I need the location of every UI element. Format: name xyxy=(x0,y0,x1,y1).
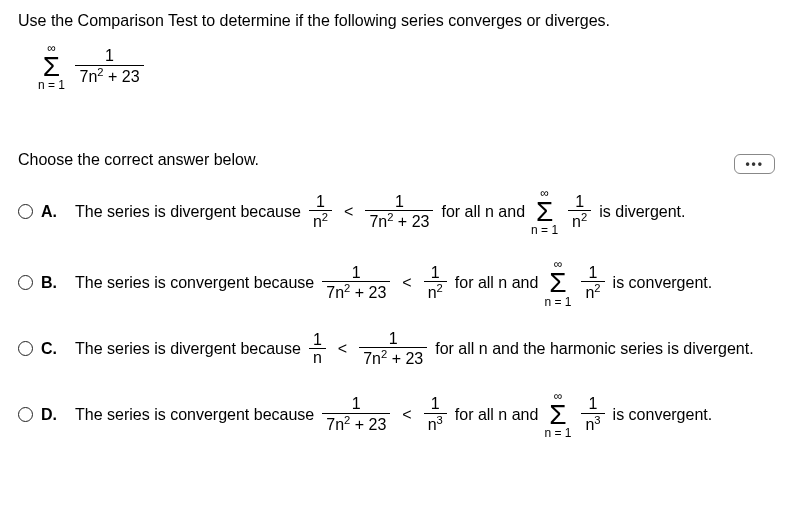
radio-b[interactable] xyxy=(18,275,33,290)
series-fraction: 1 7n2 + 23 xyxy=(75,47,143,86)
radio-d[interactable] xyxy=(18,407,33,422)
option-b-label: B. xyxy=(41,274,61,292)
option-c-label: C. xyxy=(41,340,61,358)
sigma-notation: ∞ Σ n = 1 xyxy=(38,42,65,91)
option-a-text: The series is divergent because 1n2 < 17… xyxy=(75,187,686,236)
series-display: ∞ Σ n = 1 1 7n2 + 23 xyxy=(36,42,775,91)
option-a-label: A. xyxy=(41,203,61,221)
option-c: C. The series is divergent because 1n < … xyxy=(18,330,775,369)
more-options-button[interactable]: ••• xyxy=(734,154,775,174)
option-b-text: The series is convergent because 17n2 + … xyxy=(75,258,712,307)
question-text: Use the Comparison Test to determine if … xyxy=(18,12,775,30)
option-a: A. The series is divergent because 1n2 <… xyxy=(18,187,775,236)
radio-a[interactable] xyxy=(18,204,33,219)
option-d: D. The series is convergent because 17n2… xyxy=(18,390,775,439)
option-b: B. The series is convergent because 17n2… xyxy=(18,258,775,307)
option-c-text: The series is divergent because 1n < 17n… xyxy=(75,330,754,369)
option-d-label: D. xyxy=(41,406,61,424)
choose-prompt: Choose the correct answer below. xyxy=(18,151,775,169)
option-d-text: The series is convergent because 17n2 + … xyxy=(75,390,712,439)
radio-c[interactable] xyxy=(18,341,33,356)
